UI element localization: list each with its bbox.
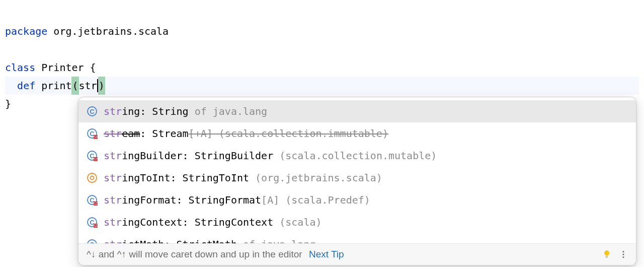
- svg-text:C: C: [90, 152, 95, 160]
- completion-list[interactable]: C string: String of java.lang C stream: …: [78, 97, 636, 243]
- svg-point-33: [622, 256, 624, 258]
- more-icon[interactable]: [619, 250, 628, 259]
- caret: [97, 79, 98, 92]
- keyword-class: class: [5, 61, 35, 74]
- svg-point-32: [622, 253, 624, 255]
- svg-text:C: C: [90, 108, 95, 115]
- code-line-3: class Printer {: [5, 61, 96, 74]
- method-name: print: [41, 80, 71, 92]
- svg-point-13: [91, 176, 94, 180]
- package-name: org.jetbrains.scala: [53, 25, 169, 37]
- svg-text:C: C: [90, 196, 95, 204]
- next-tip-link[interactable]: Next Tip: [309, 249, 344, 259]
- completion-footer: ^↓ and ^↑ will move caret down and up in…: [78, 243, 636, 265]
- class-icon: C: [87, 106, 98, 117]
- class-scala-icon: C: [87, 239, 98, 243]
- svg-rect-21: [94, 224, 98, 225]
- typed-text: str: [79, 80, 97, 92]
- svg-rect-5: [94, 137, 98, 138]
- completion-item[interactable]: C stringBuilder: StringBuilder (scala.co…: [78, 145, 636, 167]
- current-line: def print(str): [5, 77, 639, 95]
- close-brace: }: [5, 98, 11, 110]
- footer-hint: ^↓ and ^↑ will move caret down and up in…: [87, 249, 602, 260]
- svg-rect-4: [94, 135, 98, 136]
- class-scala-icon: C: [87, 150, 98, 161]
- svg-text:C: C: [90, 130, 95, 138]
- svg-rect-9: [94, 157, 98, 158]
- completion-popup: C string: String of java.lang C stream: …: [78, 97, 636, 265]
- svg-rect-23: [94, 227, 98, 228]
- keyword-def: def: [17, 80, 35, 92]
- completion-item[interactable]: C strictMath: StrictMath of java.lang: [78, 233, 636, 243]
- open-brace: {: [90, 61, 96, 74]
- svg-rect-11: [94, 160, 98, 161]
- completion-text: strictMath: StrictMath of java.lang: [104, 236, 628, 243]
- class-scala-icon: C: [87, 217, 98, 228]
- keyword-package: package: [5, 25, 47, 37]
- completion-item[interactable]: stringToInt: StringToInt (org.jetbrains.…: [78, 167, 636, 189]
- open-paren: (: [71, 77, 78, 95]
- completion-text: stringBuilder: StringBuilder (scala.coll…: [104, 148, 628, 164]
- completion-text: stringFormat: StringFormat[A] (scala.Pre…: [104, 192, 628, 208]
- completion-text: stringToInt: StringToInt (org.jetbrains.…: [104, 170, 628, 186]
- svg-text:C: C: [90, 241, 95, 244]
- completion-text: stringContext: StringContext (scala): [104, 214, 628, 230]
- class-scala-icon: C: [87, 128, 98, 139]
- close-paren: ): [98, 77, 105, 95]
- svg-text:C: C: [90, 219, 95, 226]
- svg-rect-29: [606, 256, 608, 257]
- svg-rect-17: [94, 203, 98, 204]
- svg-rect-18: [94, 205, 98, 206]
- code-line-1: package org.jetbrains.scala: [5, 25, 169, 37]
- svg-rect-6: [94, 138, 98, 139]
- class-orange-icon: [87, 172, 98, 183]
- svg-rect-30: [606, 257, 608, 258]
- svg-point-12: [88, 173, 97, 182]
- svg-point-31: [622, 251, 624, 252]
- completion-item[interactable]: C stream: Stream[+A] (scala.collection.i…: [78, 122, 636, 145]
- completion-text: stream: Stream[+A] (scala.collection.imm…: [104, 125, 628, 142]
- svg-rect-16: [94, 202, 98, 203]
- completion-item[interactable]: C stringFormat: StringFormat[A] (scala.P…: [78, 189, 636, 211]
- svg-rect-10: [94, 159, 98, 160]
- completion-item[interactable]: C stringContext: StringContext (scala): [78, 211, 636, 233]
- svg-rect-22: [94, 225, 98, 226]
- completion-text: string: String of java.lang: [104, 103, 628, 119]
- class-name: Printer: [41, 61, 84, 74]
- completion-item[interactable]: C string: String of java.lang: [78, 100, 636, 122]
- bulb-icon[interactable]: [602, 249, 612, 259]
- class-scala-icon: C: [87, 194, 98, 206]
